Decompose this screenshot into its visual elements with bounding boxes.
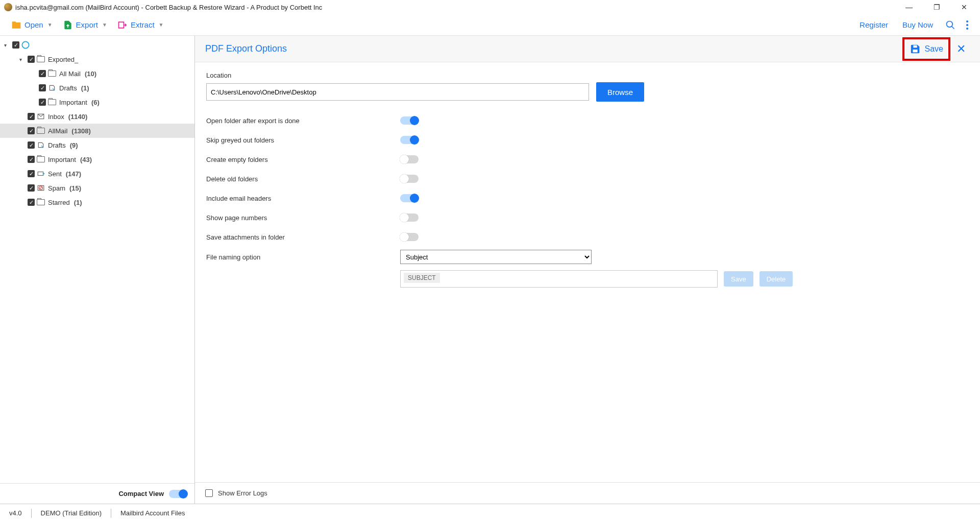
save-button[interactable]: Save (902, 37, 950, 61)
opt-show-page-toggle[interactable] (400, 213, 419, 222)
opt-include-headers-label: Include email headers (206, 195, 400, 202)
browse-button[interactable]: Browse (596, 82, 644, 102)
inbox-icon (37, 113, 45, 120)
chevron-down-icon[interactable]: ▾ (4, 42, 10, 48)
tree-sent[interactable]: ✓ Sent (147) (0, 167, 194, 181)
checkbox[interactable]: ✓ (39, 70, 46, 77)
open-label: Open (24, 20, 43, 29)
export-icon (63, 20, 73, 30)
panel-title: PDF Export Options (205, 43, 287, 54)
opt-skip-greyed-toggle[interactable] (400, 136, 419, 144)
tree-label: Important (48, 156, 76, 163)
opt-open-after-toggle[interactable] (400, 116, 419, 125)
tree-allmail-sub[interactable]: ✓ All Mail (10) (0, 66, 194, 81)
opt-save-attach-toggle[interactable] (400, 233, 419, 241)
minimize-button[interactable]: — (901, 3, 917, 11)
svg-rect-9 (913, 49, 917, 52)
tree-label: Starred (48, 199, 70, 206)
tree-count: (1140) (68, 113, 88, 121)
tree-spam[interactable]: ✓ Spam (15) (0, 181, 194, 195)
checkbox[interactable]: ✓ (28, 56, 35, 63)
tree-important-sub[interactable]: ✓ Important (6) (0, 95, 194, 109)
checkbox[interactable]: ✓ (39, 99, 46, 106)
tree-label: Drafts (59, 84, 77, 92)
compact-view-toggle[interactable] (169, 490, 187, 498)
opt-create-empty-toggle[interactable] (400, 155, 419, 163)
chevron-down-icon[interactable]: ▾ (19, 57, 26, 62)
tree-inbox[interactable]: ✓ Inbox (1140) (0, 109, 194, 124)
tree-count: (1) (81, 84, 89, 92)
window-title: isha.pcvita@gmail.com (MailBird Account)… (15, 4, 322, 11)
checkbox[interactable]: ✓ (12, 41, 19, 49)
naming-delete-button[interactable]: Delete (760, 271, 793, 287)
compact-view-bar: Compact View (0, 483, 194, 504)
tree-count: (147) (66, 170, 81, 178)
file-naming-select[interactable]: Subject (400, 250, 592, 264)
tree-exported[interactable]: ▾ ✓ Exported_ (0, 52, 194, 66)
app-icon (4, 3, 12, 11)
save-label: Save (925, 44, 943, 54)
checkbox[interactable]: ✓ (28, 184, 35, 192)
chevron-down-icon: ▼ (102, 22, 107, 28)
tree-label: Important (59, 99, 87, 106)
opt-delete-old-toggle[interactable] (400, 175, 419, 183)
tree-important[interactable]: ✓ Important (43) (0, 152, 194, 167)
open-button[interactable]: Open ▼ (6, 17, 58, 33)
tree-count: (1) (74, 199, 82, 206)
tree-root[interactable]: ▾ ✓ (0, 38, 194, 52)
svg-point-4 (966, 28, 968, 30)
opt-include-headers-toggle[interactable] (400, 194, 419, 202)
buy-now-link[interactable]: Buy Now (895, 17, 940, 32)
status-version: v4.0 (9, 509, 22, 517)
svg-rect-6 (38, 172, 43, 176)
show-error-logs-checkbox[interactable] (205, 489, 213, 497)
checkbox[interactable]: ✓ (28, 156, 35, 163)
extract-button[interactable]: Extract ▼ (112, 17, 169, 33)
tree-label: Sent (48, 170, 62, 178)
content-header: PDF Export Options Save ✕ (195, 36, 980, 62)
tree-count: (43) (80, 156, 92, 163)
checkbox[interactable]: ✓ (28, 141, 35, 149)
naming-pattern-input[interactable]: SUBJECT (400, 270, 718, 288)
checkbox[interactable]: ✓ (28, 113, 35, 120)
folder-icon (48, 70, 56, 77)
tree-label: Drafts (48, 141, 66, 149)
tree-drafts-sub[interactable]: ✓ Drafts (1) (0, 81, 194, 95)
checkbox[interactable]: ✓ (28, 170, 35, 177)
tree-drafts[interactable]: ✓ Drafts (9) (0, 138, 194, 152)
folder-open-icon (11, 20, 21, 30)
account-icon (21, 41, 30, 49)
tree-label: Spam (48, 184, 65, 192)
tree-allmail[interactable]: ✓ AllMail (1308) (0, 124, 194, 138)
checkbox[interactable]: ✓ (28, 199, 35, 206)
sidebar: ▾ ✓ ▾ ✓ Exported_ ✓ All Mail (10) ✓ Dr (0, 36, 195, 504)
titlebar: isha.pcvita@gmail.com (MailBird Account)… (0, 0, 980, 14)
export-button[interactable]: Export ▼ (58, 17, 112, 33)
naming-chip: SUBJECT (404, 273, 440, 283)
opt-show-page-label: Show page numbers (206, 214, 400, 222)
close-button[interactable]: ✕ (957, 3, 972, 11)
show-error-logs-label: Show Error Logs (218, 489, 267, 497)
close-panel-button[interactable]: ✕ (952, 42, 970, 56)
naming-save-button[interactable]: Save (724, 271, 753, 287)
status-demo: DEMO (Trial Edition) (41, 509, 102, 517)
folder-tree: ▾ ✓ ▾ ✓ Exported_ ✓ All Mail (10) ✓ Dr (0, 36, 194, 483)
tree-label: Inbox (48, 113, 64, 121)
extract-icon (117, 20, 128, 30)
maximize-button[interactable]: ❐ (929, 3, 944, 11)
register-link[interactable]: Register (852, 17, 895, 32)
checkbox[interactable]: ✓ (39, 84, 46, 91)
checkbox[interactable]: ✓ (28, 127, 35, 134)
tree-starred[interactable]: ✓ Starred (1) (0, 195, 194, 209)
spam-icon (37, 184, 45, 192)
export-label: Export (76, 20, 98, 29)
tree-label: All Mail (59, 70, 81, 78)
location-input[interactable] (206, 83, 589, 101)
file-naming-label: File naming option (206, 253, 400, 261)
toolbar: Open ▼ Export ▼ Extract ▼ Register Buy N… (0, 14, 980, 36)
svg-point-1 (947, 21, 953, 27)
search-icon[interactable] (940, 17, 961, 33)
content-footer: Show Error Logs (195, 482, 980, 504)
folder-icon (48, 99, 56, 106)
more-icon[interactable] (961, 17, 974, 33)
